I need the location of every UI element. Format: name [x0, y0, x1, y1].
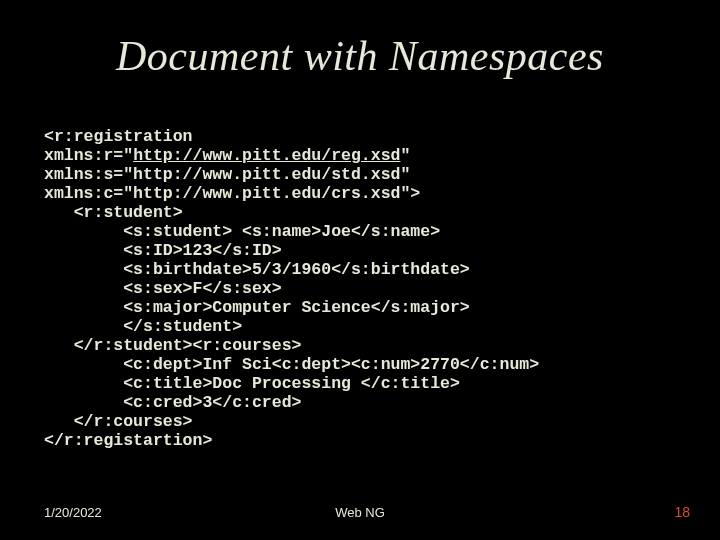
code-line: <s:birthdate>5/3/1960</s:birthdate> [44, 260, 470, 279]
page-number: 18 [674, 504, 690, 520]
code-line: <c:title>Doc Processing </c:title> [44, 374, 460, 393]
code-line: </r:courses> [44, 412, 193, 431]
code-line: <s:sex>F</s:sex> [44, 279, 282, 298]
slide: Document with Namespaces <r:registration… [0, 0, 720, 540]
code-line: <c:dept>Inf Sci<c:dept><c:num>2770</c:nu… [44, 355, 539, 374]
code-line: </s:student> [44, 317, 242, 336]
slide-title: Document with Namespaces [0, 32, 720, 80]
code-url: http://www.pitt.edu/reg.xsd [133, 146, 400, 165]
code-line-frag: " [400, 146, 410, 165]
code-line: </r:student><r:courses> [44, 336, 301, 355]
code-line: xmlns:c="http://www.pitt.edu/crs.xsd"> [44, 184, 420, 203]
code-line: <r:registration [44, 127, 193, 146]
code-block: <r:registration xmlns:r="http://www.pitt… [44, 128, 684, 450]
code-line-frag: xmlns:r=" [44, 146, 133, 165]
code-line: <s:ID>123</s:ID> [44, 241, 282, 260]
code-line: <s:student> <s:name>Joe</s:name> [44, 222, 440, 241]
code-line: <c:cred>3</c:cred> [44, 393, 301, 412]
code-line: xmlns:s="http://www.pitt.edu/std.xsd" [44, 165, 410, 184]
footer-center: Web NG [0, 505, 720, 520]
code-line: <r:student> [44, 203, 183, 222]
code-line: <s:major>Computer Science</s:major> [44, 298, 470, 317]
code-line: </r:registartion> [44, 431, 212, 450]
